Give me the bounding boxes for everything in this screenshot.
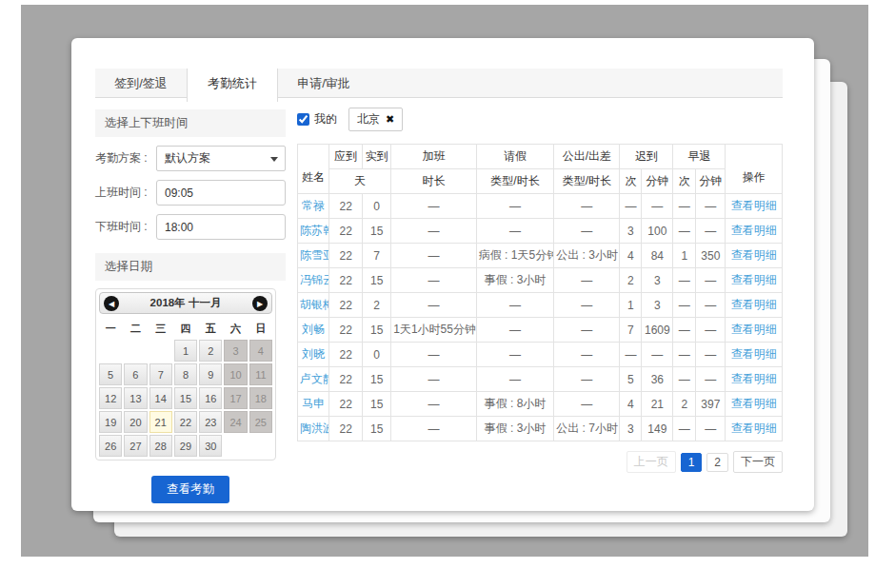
table-body: 常禄220———————查看明细陈苏乾2215———3100——查看明细陈雪亚2… [298, 194, 783, 441]
action-cell: 查看明细 [726, 392, 783, 417]
data-cell: 36 [642, 367, 673, 392]
employee-name-link[interactable]: 陈苏乾 [300, 224, 329, 237]
calendar-day[interactable]: 30 [199, 435, 222, 457]
calendar-day[interactable]: 16 [199, 387, 222, 409]
calendar-day: 25 [249, 411, 272, 433]
weekday-label: 日 [249, 319, 272, 338]
calendar-day[interactable]: 8 [174, 363, 197, 385]
data-cell: 22 [329, 417, 363, 441]
view-detail-link[interactable]: 查看明细 [731, 421, 777, 435]
view-detail-link[interactable]: 查看明细 [731, 248, 777, 262]
employee-name-link[interactable]: 常禄 [302, 199, 325, 212]
data-cell: 15 [363, 219, 391, 244]
calendar-day [224, 435, 247, 457]
data-cell: 21 [642, 392, 673, 417]
end-time-input[interactable] [156, 214, 286, 240]
employee-name-link[interactable]: 胡银梅 [300, 298, 329, 311]
table-row: 刘畅22151天1小时55分钟——71609——查看明细 [298, 318, 783, 343]
name-cell: 卢文静 [298, 367, 329, 392]
calendar-day[interactable]: 7 [149, 363, 172, 385]
view-detail-link[interactable]: 查看明细 [731, 273, 777, 286]
data-cell: — [696, 417, 726, 441]
close-icon[interactable]: ✖ [386, 113, 394, 126]
name-cell: 冯锦云 [298, 268, 329, 293]
employee-name-link[interactable]: 陶洪波 [300, 421, 329, 435]
start-time-input[interactable] [156, 180, 286, 206]
calendar-day[interactable]: 6 [124, 363, 147, 385]
name-cell: 陈雪亚 [298, 244, 329, 268]
data-cell: 2 [673, 392, 696, 417]
mine-checkbox-label[interactable]: 我的 [314, 111, 337, 127]
tab-approval[interactable]: 申请/审批 [278, 69, 369, 98]
plan-select[interactable]: 默认方案 [156, 146, 286, 171]
name-cell: 常禄 [298, 194, 329, 219]
view-detail-link[interactable]: 查看明细 [731, 397, 777, 410]
data-cell: 15 [363, 392, 391, 417]
column-header: 迟到 [620, 145, 673, 169]
calendar-day[interactable]: 5 [99, 363, 122, 385]
employee-name-link[interactable]: 冯锦云 [300, 273, 329, 286]
view-detail-link[interactable]: 查看明细 [731, 372, 777, 385]
view-attendance-button[interactable]: 查看考勤 [151, 476, 229, 503]
data-cell: 3 [642, 268, 673, 293]
employee-name-link[interactable]: 马申 [302, 397, 325, 410]
tab-bar: 签到/签退考勤统计申请/审批 [95, 69, 783, 98]
calendar-day[interactable]: 26 [99, 435, 122, 457]
page-button-2[interactable]: 2 [706, 453, 728, 472]
data-cell: — [391, 367, 477, 392]
view-detail-link[interactable]: 查看明细 [731, 224, 777, 237]
view-detail-link[interactable]: 查看明细 [731, 323, 777, 336]
tab-stats[interactable]: 考勤统计 [187, 69, 278, 102]
table-row: 常禄220———————查看明细 [298, 194, 783, 219]
calendar-day[interactable]: 23 [199, 411, 222, 433]
table-row: 陈苏乾2215———3100——查看明细 [298, 219, 783, 244]
data-cell: 3 [620, 219, 642, 244]
data-cell: 7 [620, 318, 642, 343]
data-cell: 15 [363, 318, 391, 343]
data-cell: — [673, 318, 696, 343]
data-cell: — [554, 219, 620, 244]
calendar-day[interactable]: 13 [124, 387, 147, 409]
calendar-day[interactable]: 14 [149, 387, 172, 409]
chevron-left-icon[interactable]: ◀ [104, 296, 119, 311]
calendar-day-selected[interactable]: 21 [149, 411, 172, 433]
data-cell: — [673, 268, 696, 293]
table-row: 陶洪波2215—事假 : 3小时公出 : 7小时3149——查看明细 [298, 417, 783, 441]
mine-checkbox[interactable] [297, 113, 309, 126]
data-cell: 7 [363, 244, 391, 268]
start-time-label: 上班时间 : [95, 185, 156, 201]
column-header: 天 [329, 169, 391, 194]
next-page-button[interactable]: 下一页 [733, 451, 783, 473]
city-tag-label: 北京 [357, 111, 380, 127]
calendar-day[interactable]: 9 [199, 363, 222, 385]
calendar-day[interactable]: 27 [124, 435, 147, 457]
data-cell: — [696, 194, 726, 219]
data-cell: — [391, 244, 477, 268]
calendar-day[interactable]: 12 [99, 387, 122, 409]
employee-name-link[interactable]: 陈雪亚 [300, 248, 329, 262]
employee-name-link[interactable]: 卢文静 [300, 372, 329, 385]
column-header: 类型/时长 [554, 169, 620, 194]
calendar-day[interactable]: 15 [174, 387, 197, 409]
calendar-day[interactable]: 2 [199, 340, 222, 362]
employee-name-link[interactable]: 刘畅 [302, 323, 325, 336]
calendar-day[interactable]: 29 [174, 435, 197, 457]
employee-name-link[interactable]: 刘晓 [302, 347, 325, 361]
chevron-right-icon[interactable]: ▶ [252, 296, 268, 311]
calendar-day[interactable]: 28 [149, 435, 172, 457]
calendar-day[interactable]: 22 [174, 411, 197, 433]
data-cell: 397 [696, 392, 726, 417]
date-section-title: 选择日期 [95, 253, 286, 281]
calendar-day [99, 340, 122, 362]
view-detail-link[interactable]: 查看明细 [731, 298, 777, 311]
tab-checkin[interactable]: 签到/签退 [95, 69, 187, 98]
calendar-day[interactable]: 20 [124, 411, 147, 433]
data-cell: 22 [329, 392, 363, 417]
data-cell: 22 [329, 194, 363, 219]
view-detail-link[interactable]: 查看明细 [731, 199, 777, 212]
view-detail-link[interactable]: 查看明细 [731, 347, 777, 361]
calendar-day[interactable]: 1 [174, 340, 197, 362]
data-cell: 0 [363, 194, 391, 219]
page-button-1[interactable]: 1 [681, 453, 703, 472]
calendar-day[interactable]: 19 [99, 411, 122, 433]
